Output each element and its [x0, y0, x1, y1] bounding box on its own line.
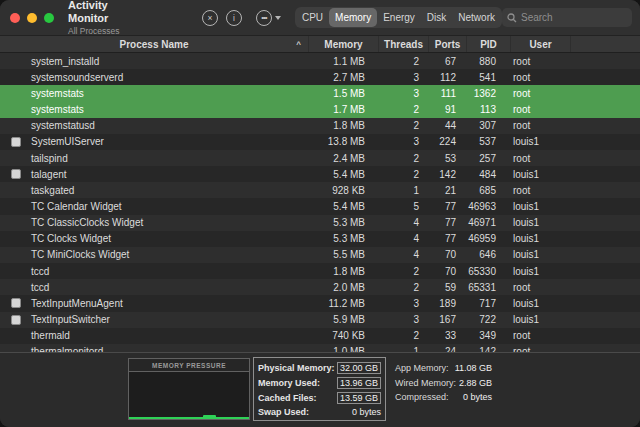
- table-row[interactable]: TC Calendar Widget5.4 MB57746963louis1: [0, 198, 640, 214]
- more-options-button[interactable]: •••: [256, 10, 281, 26]
- inspect-info-icon[interactable]: i: [226, 10, 242, 26]
- segment-disk[interactable]: Disk: [421, 8, 452, 27]
- stat-value: 2.88 GB: [459, 378, 492, 388]
- ports-cell: 67: [428, 56, 466, 67]
- threads-cell: 3: [378, 298, 428, 309]
- traffic-lights: [10, 13, 54, 23]
- process-name-cell: TC Calendar Widget: [0, 201, 308, 212]
- stat-label: Swap Used:: [258, 407, 309, 417]
- table-row[interactable]: tccd1.8 MB27065330louis1: [0, 263, 640, 279]
- user-cell: root: [510, 104, 570, 115]
- process-name-cell: systemstats: [0, 104, 308, 115]
- column-header-user[interactable]: User: [510, 36, 570, 52]
- table-row[interactable]: tccd2.0 MB25965331root: [0, 279, 640, 295]
- threads-cell: 4: [378, 217, 428, 228]
- column-header-memory[interactable]: Memory: [308, 36, 378, 52]
- stat-value: 0 bytes: [352, 407, 381, 417]
- segment-network[interactable]: Network: [452, 8, 501, 27]
- ports-cell: 70: [428, 249, 466, 260]
- column-header-process-name[interactable]: Process Name ^: [0, 36, 308, 52]
- table-header: Process Name ^ Memory Threads Ports PID …: [0, 36, 640, 53]
- segment-energy[interactable]: Energy: [377, 8, 421, 27]
- threads-cell: 2: [378, 120, 428, 131]
- process-name-cell: tailspind: [0, 153, 308, 164]
- threads-cell: 2: [378, 169, 428, 180]
- user-cell: root: [510, 153, 570, 164]
- pid-cell: 537: [466, 136, 510, 147]
- memory-cell: 2.0 MB: [308, 282, 378, 293]
- app-icon: [11, 298, 21, 308]
- pid-cell: 646: [466, 249, 510, 260]
- zoom-button[interactable]: [44, 13, 54, 23]
- table-row[interactable]: SystemUIServer13.8 MB3224537louis1: [0, 134, 640, 150]
- window-title: Activity Monitor: [68, 0, 140, 26]
- process-table-body: system_installd1.1 MB267880rootsystemsou…: [0, 53, 640, 352]
- minimize-button[interactable]: [27, 13, 37, 23]
- table-row[interactable]: system_installd1.1 MB267880root: [0, 53, 640, 69]
- table-row[interactable]: TC MiniClocks Widget5.5 MB470646louis1: [0, 247, 640, 263]
- segment-cpu[interactable]: CPU: [296, 8, 329, 27]
- table-row[interactable]: tailspind2.4 MB253257root: [0, 150, 640, 166]
- ports-cell: 77: [428, 201, 466, 212]
- table-row[interactable]: systemstats1.5 MB31111362root: [0, 85, 640, 101]
- table-row[interactable]: TextInputSwitcher5.9 MB3167722louis1: [0, 312, 640, 328]
- user-cell: root: [510, 185, 570, 196]
- pid-cell: 541: [466, 72, 510, 83]
- toolbar-buttons: × i •••: [202, 10, 281, 26]
- table-row[interactable]: talagent5.4 MB2142484louis1: [0, 166, 640, 182]
- process-name-label: tccd: [31, 282, 49, 293]
- user-cell: louis1: [510, 266, 570, 277]
- quit-process-icon[interactable]: ×: [202, 10, 218, 26]
- threads-cell: 2: [378, 153, 428, 164]
- process-name-label: TC Clocks Widget: [31, 233, 111, 244]
- pid-cell: 65330: [466, 266, 510, 277]
- pid-cell: 717: [466, 298, 510, 309]
- search-field[interactable]: [502, 8, 632, 27]
- table-row[interactable]: systemstatusd1.8 MB244307root: [0, 118, 640, 134]
- table-row[interactable]: taskgated928 KB121685root: [0, 182, 640, 198]
- column-header-pid[interactable]: PID: [466, 36, 510, 52]
- pid-cell: 722: [466, 314, 510, 325]
- memory-stats-panel: Physical Memory:32.00 GBMemory Used:13.9…: [253, 357, 386, 421]
- pressure-graph-blip: [203, 415, 216, 419]
- memory-cell: 740 KB: [308, 330, 378, 341]
- close-button[interactable]: [10, 13, 20, 23]
- memory-cell: 1.8 MB: [308, 266, 378, 277]
- table-row[interactable]: systemsoundserverd2.7 MB3112541root: [0, 69, 640, 85]
- table-row[interactable]: systemstats1.7 MB291113root: [0, 101, 640, 117]
- table-row[interactable]: thermalmonitord1.0 MB124142root: [0, 344, 640, 352]
- process-name-label: TextInputMenuAgent: [31, 298, 123, 309]
- process-name-cell: tccd: [0, 282, 308, 293]
- memory-pressure-graph: [129, 371, 249, 419]
- user-cell: louis1: [510, 314, 570, 325]
- ports-cell: 142: [428, 169, 466, 180]
- process-name-label: systemsoundserverd: [31, 72, 123, 83]
- memory-cell: 5.4 MB: [308, 201, 378, 212]
- pid-cell: 484: [466, 169, 510, 180]
- ports-cell: 112: [428, 72, 466, 83]
- pid-cell: 685: [466, 185, 510, 196]
- segment-memory[interactable]: Memory: [329, 8, 377, 27]
- user-cell: louis1: [510, 136, 570, 147]
- process-name-label: tailspind: [31, 153, 68, 164]
- table-row[interactable]: TextInputMenuAgent11.2 MB3189717louis1: [0, 295, 640, 311]
- stat-label: Physical Memory:: [258, 363, 335, 373]
- ports-cell: 189: [428, 298, 466, 309]
- pid-cell: 46971: [466, 217, 510, 228]
- process-name-label: tccd: [31, 266, 49, 277]
- stat-row: Wired Memory:2.88 GB: [395, 378, 492, 388]
- window-subtitle: All Processes: [68, 26, 140, 36]
- user-cell: root: [510, 88, 570, 99]
- memory-cell: 1.1 MB: [308, 56, 378, 67]
- table-row[interactable]: TC Clocks Widget5.3 MB47746959louis1: [0, 231, 640, 247]
- process-name-cell: taskgated: [0, 185, 308, 196]
- table-row[interactable]: TC ClassicClocks Widget5.3 MB47746971lou…: [0, 215, 640, 231]
- column-header-ports[interactable]: Ports: [428, 36, 466, 52]
- column-header-threads[interactable]: Threads: [378, 36, 428, 52]
- search-input[interactable]: [521, 12, 627, 23]
- column-header-filler: [570, 36, 640, 52]
- ports-cell: 77: [428, 233, 466, 244]
- table-row[interactable]: thermald740 KB233349root: [0, 328, 640, 344]
- process-name-label: systemstats: [31, 88, 84, 99]
- memory-pressure-box: MEMORY PRESSURE: [128, 358, 250, 420]
